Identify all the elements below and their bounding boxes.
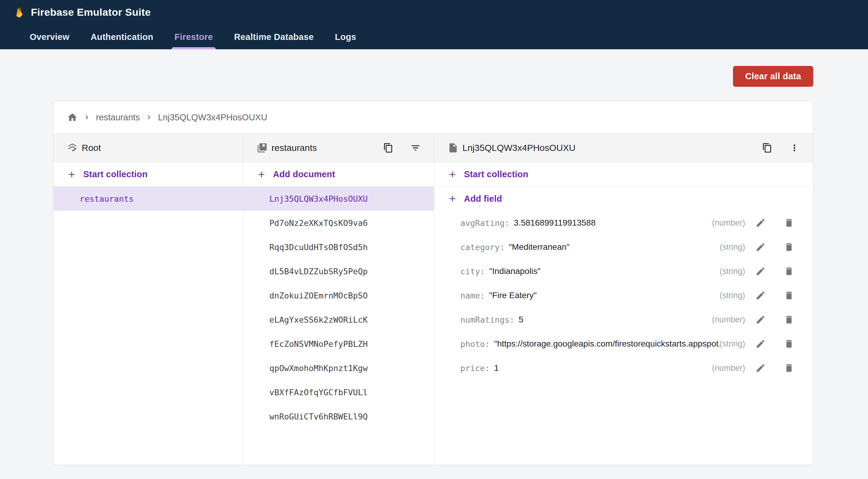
root-panel: Root Start collection restaurants xyxy=(54,134,243,465)
edit-field-button[interactable] xyxy=(755,266,766,276)
firestore-icon xyxy=(67,142,78,153)
document-list-item[interactable]: Rqq3DcuUdHTsOBfOSd5h xyxy=(243,235,434,259)
root-panel-header: Root xyxy=(54,134,243,162)
copy-collection-button[interactable] xyxy=(383,143,394,153)
field-name: numRatings: xyxy=(460,315,515,324)
copy-document-button[interactable] xyxy=(762,143,772,153)
copy-icon xyxy=(383,143,394,153)
field-row: numRatings: 5 (number) xyxy=(434,308,813,332)
pencil-icon xyxy=(755,242,766,252)
edit-field-button[interactable] xyxy=(755,314,766,325)
edit-field-button[interactable] xyxy=(755,218,766,228)
document-list-item[interactable]: dnZokuiZOEmrnMOcBpSO xyxy=(243,283,434,308)
tab-logs[interactable]: Logs xyxy=(332,25,359,49)
field-name: name: xyxy=(460,291,485,300)
document-list-item[interactable]: vBXfFAzOfqYGCfbFVULl xyxy=(243,380,434,404)
app-title: Firebase Emulator Suite xyxy=(31,6,151,18)
filter-icon xyxy=(410,143,421,153)
nav-title-row: Firebase Emulator Suite xyxy=(0,0,868,25)
field-value: "https://storage.googleapis.com/firestor… xyxy=(494,339,720,349)
edit-field-button[interactable] xyxy=(755,363,766,373)
collection-icon xyxy=(257,142,268,153)
edit-field-button[interactable] xyxy=(755,242,766,252)
tab-realtime-database[interactable]: Realtime Database xyxy=(231,25,317,49)
panels: Root Start collection restaurants restau… xyxy=(54,134,813,465)
kebab-menu-icon xyxy=(789,143,800,153)
pencil-icon xyxy=(755,266,766,276)
trash-icon xyxy=(784,290,794,301)
document-list-item[interactable]: Pd7oNz2eXKxTQsKO9va6 xyxy=(243,211,434,235)
field-row: city: "Indianapolis" (string) xyxy=(434,259,813,283)
document-list-item[interactable]: qpOwXmohoMhKpnzt1Kgw xyxy=(243,356,434,380)
field-value: "Fire Eatery" xyxy=(489,290,536,300)
nav-tabs: Overview Authentication Firestore Realti… xyxy=(0,25,868,49)
tab-overview[interactable]: Overview xyxy=(27,25,72,49)
document-list-item[interactable]: eLAgYxeSS6k2zWORiLcK xyxy=(243,308,434,332)
firestore-data-card: restaurants Lnj35QLQW3x4PHosOUXU Root St… xyxy=(53,101,813,465)
delete-field-button[interactable] xyxy=(784,218,794,228)
breadcrumb-collection[interactable]: restaurants xyxy=(96,112,140,123)
delete-field-button[interactable] xyxy=(784,314,794,325)
home-icon xyxy=(67,112,78,123)
pencil-icon xyxy=(755,290,766,301)
add-field-button[interactable]: Add field xyxy=(434,186,813,211)
field-row: price: 1 (number) xyxy=(434,356,813,380)
document-menu-button[interactable] xyxy=(789,143,800,153)
document-panel-title: Lnj35QLQW3x4PHosOUXU xyxy=(462,143,575,153)
tab-authentication[interactable]: Authentication xyxy=(88,25,156,49)
pencil-icon xyxy=(755,363,766,373)
breadcrumb: restaurants Lnj35QLQW3x4PHosOUXU xyxy=(54,101,813,134)
clear-all-data-button[interactable]: Clear all data xyxy=(733,66,813,87)
field-name: category: xyxy=(460,242,504,252)
delete-field-button[interactable] xyxy=(784,339,794,349)
tab-firestore[interactable]: Firestore xyxy=(172,25,216,49)
delete-field-button[interactable] xyxy=(784,242,794,252)
pencil-icon xyxy=(755,339,766,349)
edit-field-button[interactable] xyxy=(755,339,766,349)
collection-panel: restaurants xyxy=(243,134,434,465)
document-list-item[interactable]: dL5B4vLDZZubSRy5PeQp xyxy=(243,259,434,283)
document-list-item[interactable]: Lnj35QLQW3x4PHosOUXU xyxy=(243,186,434,211)
firebase-flame-icon xyxy=(13,5,26,20)
home-button[interactable] xyxy=(67,112,78,123)
collection-panel-title: restaurants xyxy=(272,143,317,153)
collection-panel-header: restaurants xyxy=(243,134,434,162)
plus-icon xyxy=(447,194,457,204)
field-name: photo: xyxy=(460,339,490,349)
start-collection-button[interactable]: Start collection xyxy=(434,162,813,186)
pencil-icon xyxy=(755,314,766,325)
breadcrumb-document[interactable]: Lnj35QLQW3x4PHosOUXU xyxy=(158,112,267,123)
plus-icon xyxy=(67,170,76,179)
delete-field-button[interactable] xyxy=(784,363,794,373)
toolbar: Clear all data xyxy=(0,49,868,87)
trash-icon xyxy=(784,266,794,276)
plus-icon xyxy=(447,170,457,179)
document-list-item[interactable]: wnRoGUiCTv6hRBWELl9Q xyxy=(243,404,434,429)
field-name: avgRating: xyxy=(460,218,510,228)
field-name: city: xyxy=(460,267,485,276)
field-name: price: xyxy=(460,364,490,373)
plus-icon xyxy=(257,170,266,179)
field-type: (string) xyxy=(720,242,745,252)
trash-icon xyxy=(784,363,794,373)
collection-list-item[interactable]: restaurants xyxy=(54,186,243,211)
top-nav: Firebase Emulator Suite Overview Authent… xyxy=(0,0,868,49)
document-icon xyxy=(447,142,459,153)
filter-documents-button[interactable] xyxy=(410,143,421,153)
add-document-button[interactable]: Add document xyxy=(243,162,434,186)
chevron-right-icon xyxy=(145,113,153,122)
start-collection-button[interactable]: Start collection xyxy=(54,162,243,186)
delete-field-button[interactable] xyxy=(784,266,794,276)
edit-field-button[interactable] xyxy=(755,290,766,301)
pencil-icon xyxy=(755,218,766,228)
copy-icon xyxy=(762,143,772,153)
chevron-right-icon xyxy=(83,113,91,122)
document-list-item[interactable]: fEcZoNSVMNoPefyPBLZH xyxy=(243,332,434,356)
delete-field-button[interactable] xyxy=(784,290,794,301)
trash-icon xyxy=(784,218,794,228)
field-row: category: "Mediterranean" (string) xyxy=(434,235,813,259)
trash-icon xyxy=(784,242,794,252)
field-row: avgRating: 3.5816899119913588 (number) xyxy=(434,211,813,235)
trash-icon xyxy=(784,314,794,325)
field-value: "Mediterranean" xyxy=(509,242,569,252)
